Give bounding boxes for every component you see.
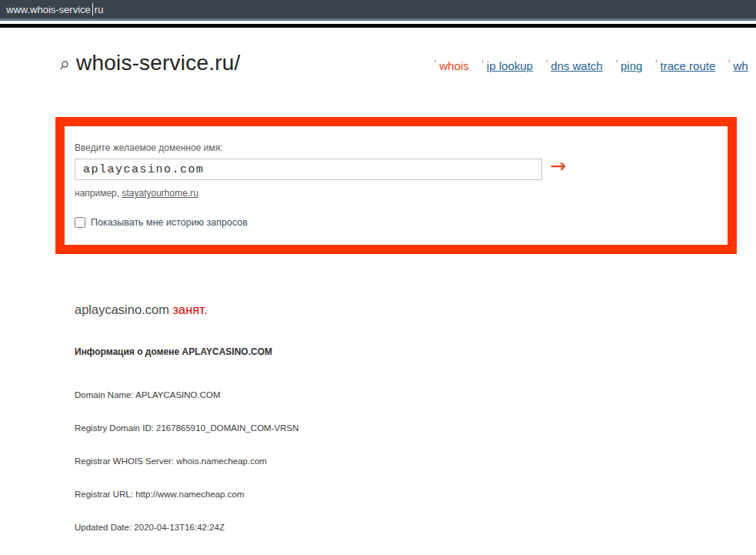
- whois-line: Updated Date: 2020-04-13T16:42:24Z: [75, 522, 411, 533]
- nav-link-dns-watch[interactable]: dns watch: [551, 59, 603, 72]
- browser-address-bar[interactable]: www.whois-serviceru: [0, 0, 756, 21]
- nav-tick-icon: ′: [655, 59, 657, 69]
- status-badge: занят.: [172, 303, 207, 316]
- page-top-divider: [0, 24, 756, 28]
- nav-item-ip-lookup[interactable]: ′ ip lookup: [482, 59, 533, 72]
- nav-tick-icon: ′: [728, 59, 730, 69]
- nav-link-whois[interactable]: whois: [439, 59, 468, 72]
- address-text-prefix: www.whois-service: [6, 4, 91, 15]
- nav-tick-icon: ′: [546, 59, 548, 69]
- domain-input[interactable]: [75, 159, 542, 180]
- whois-record: Domain Name: APLAYCASINO.COM Registry Do…: [75, 367, 411, 555]
- nav-item-trace-route[interactable]: ′ trace route: [655, 59, 715, 72]
- nav-tick-icon: ′: [616, 59, 618, 69]
- domain-info-heading: Информация о домене APLAYCASINO.COM: [75, 346, 272, 357]
- nav-link-ping[interactable]: ping: [621, 59, 642, 72]
- whois-line: Registry Domain ID: 2167865910_DOMAIN_CO…: [75, 423, 411, 433]
- nav-link-trace-route[interactable]: trace route: [661, 59, 716, 72]
- site-logo[interactable]: whois-service.ru/: [58, 51, 240, 75]
- whois-line: Domain Name: APLAYCASINO.COM: [75, 390, 411, 400]
- history-checkbox-row: Показывать мне историю запросов: [75, 217, 248, 228]
- magnifier-icon: [58, 55, 69, 71]
- example-prefix: например,: [75, 188, 122, 199]
- page-title: whois-service.ru/: [76, 51, 240, 75]
- whois-line: Registrar WHOIS Server: whois.namecheap.…: [75, 456, 411, 466]
- nav-item-whois-history[interactable]: ′ wh: [728, 59, 748, 72]
- domain-status-line: aplaycasino.com занят.: [75, 303, 208, 317]
- show-history-checkbox[interactable]: [75, 217, 85, 228]
- domain-input-label: Введите желаемое доменное имя:: [75, 142, 223, 153]
- address-text-suffix: ru: [95, 4, 104, 15]
- nav-link-ip-lookup[interactable]: ip lookup: [487, 59, 533, 72]
- nav-link-whois-history[interactable]: wh: [734, 59, 748, 72]
- main-nav: ′ whois ′ ip lookup ′ dns watch ′ ping ′…: [435, 59, 748, 72]
- nav-item-ping[interactable]: ′ ping: [616, 59, 643, 72]
- domain-query-box: Введите желаемое доменное имя: → наприме…: [55, 117, 737, 254]
- submit-arrow-button[interactable]: →: [550, 156, 566, 176]
- whois-service-page: { "browser": { "address_prefix": "www.wh…: [0, 0, 756, 555]
- nav-tick-icon: ′: [435, 59, 436, 69]
- nav-tick-icon: ′: [482, 59, 484, 69]
- whois-line: Registrar URL: http://www.namecheap.com: [75, 489, 411, 500]
- nav-item-dns-watch[interactable]: ′ dns watch: [546, 59, 603, 72]
- nav-item-whois[interactable]: ′ whois: [435, 59, 469, 72]
- show-history-label: Показывать мне историю запросов: [91, 217, 248, 228]
- text-cursor: [92, 3, 93, 15]
- result-domain: aplaycasino.com: [75, 303, 172, 316]
- example-hint: например, stayatyourhome.ru: [75, 188, 198, 199]
- example-domain-link[interactable]: stayatyourhome.ru: [122, 188, 198, 199]
